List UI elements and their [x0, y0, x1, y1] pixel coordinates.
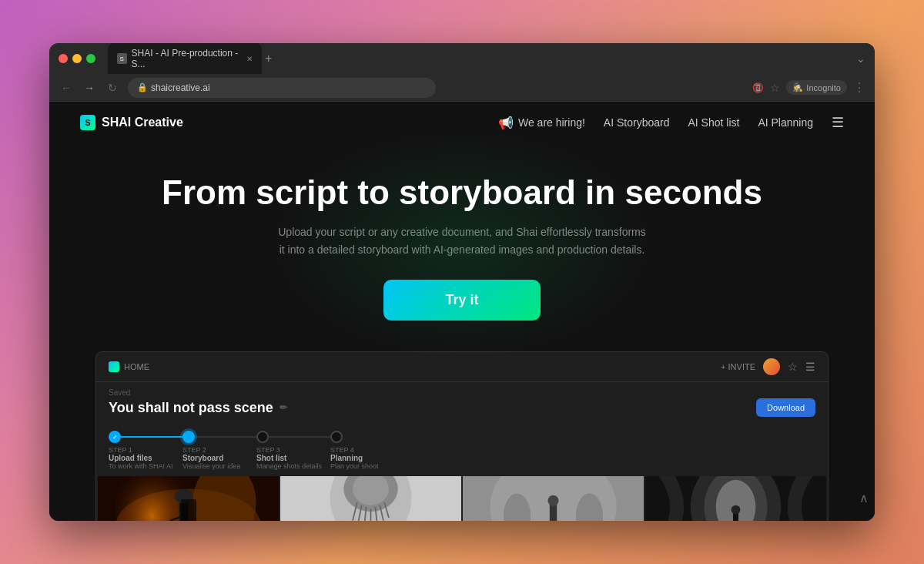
download-button[interactable]: Download: [756, 398, 815, 417]
new-tab-button[interactable]: +: [265, 52, 272, 65]
shotlist-link[interactable]: AI Shot list: [688, 116, 739, 129]
nav-links: 📢 We are hiring! AI Storyboard AI Shot l…: [498, 114, 844, 131]
svg-point-3: [192, 476, 256, 521]
try-it-button[interactable]: Try it: [383, 280, 540, 321]
step-2-line: [195, 436, 256, 438]
bookmark-icon[interactable]: ☆: [770, 82, 780, 94]
step-4-circle: [330, 431, 343, 443]
scroll-up-indicator[interactable]: ∧: [859, 491, 869, 505]
svg-point-32: [732, 505, 741, 515]
tab-expand-icon[interactable]: ⌄: [856, 52, 865, 65]
step-2-circle: [182, 431, 195, 443]
nav-hamburger-icon[interactable]: ☰: [832, 114, 844, 131]
app-topbar-right: + INVITE ☆ ☰: [721, 358, 815, 375]
address-icons: 📵 ☆ 🕵 Incognito ⋮: [752, 80, 865, 95]
step-4-subtitle: Plan your shoot: [330, 462, 379, 470]
step-2-label: STEP 2 Storyboard Visualise your idea: [182, 446, 240, 470]
incognito-label: Incognito: [806, 83, 841, 92]
incognito-button[interactable]: 🕵 Incognito: [786, 80, 847, 95]
maximize-button[interactable]: [86, 54, 95, 63]
url-bar[interactable]: 🔒 shaicreative.ai: [128, 78, 436, 98]
step-2: STEP 2 Storyboard Visualise your idea: [182, 431, 256, 470]
cast-icon: 📵: [752, 82, 764, 93]
svg-point-25: [547, 495, 558, 506]
step-4-header: [330, 431, 343, 443]
storyboard-image-3[interactable]: [463, 476, 644, 521]
planning-link[interactable]: AI Planning: [758, 116, 813, 129]
storyboard-label: AI Storyboard: [604, 116, 670, 129]
step-1-subtitle: To work with SHAI AI: [109, 462, 173, 470]
app-logo-icon: [109, 361, 119, 372]
step-2-title: Storyboard: [182, 454, 240, 462]
storyboard-image-4[interactable]: [645, 476, 826, 521]
step-2-subtitle: Visualise your idea: [182, 462, 240, 470]
browser-tab[interactable]: S SHAI - AI Pre-production - S... ✕: [108, 43, 262, 74]
hiring-label: We are hiring!: [518, 116, 585, 129]
logo-text: SHAI Creative: [102, 116, 183, 129]
step-2-header: [182, 431, 256, 443]
storyboard-images: [96, 476, 828, 521]
hiring-link[interactable]: 📢 We are hiring!: [498, 116, 585, 130]
edit-icon[interactable]: ✏: [280, 402, 287, 413]
app-home-label: HOME: [124, 362, 149, 371]
hero-section: From script to storyboard in seconds Upl…: [49, 143, 875, 336]
storyboard-link[interactable]: AI Storyboard: [604, 116, 670, 129]
browser-window: S SHAI - AI Pre-production - S... ✕ + ⌄ …: [49, 43, 875, 521]
invite-label: + INVITE: [721, 362, 755, 371]
project-area: Saved You shall not pass scene ✏ Downloa…: [96, 382, 828, 425]
incognito-icon: 🕵: [792, 82, 803, 92]
logo-icon: [80, 115, 95, 130]
tab-favicon: S: [117, 53, 127, 64]
svg-rect-4: [179, 498, 189, 521]
planning-label: AI Planning: [758, 116, 813, 129]
app-menu-icon[interactable]: ☰: [805, 361, 815, 373]
step-1: ✓ STEP 1 Upload files To work with SHAI …: [109, 431, 182, 470]
step-3-title: Shot list: [256, 454, 322, 462]
url-text: shaicreative.ai: [151, 82, 210, 93]
step-4-number: STEP 4: [330, 446, 354, 454]
app-home-logo: HOME: [109, 361, 149, 372]
step-3-header: [256, 431, 330, 443]
step-4-title: Planning: [330, 454, 379, 462]
step-1-circle: ✓: [109, 431, 121, 443]
address-bar: ← → ↻ 🔒 shaicreative.ai 📵 ☆ 🕵 Incognito …: [49, 74, 875, 102]
avatar: [763, 358, 780, 375]
step-3: STEP 3 Shot list Manage shots details: [256, 431, 330, 470]
browser-chrome: S SHAI - AI Pre-production - S... ✕ + ⌄: [49, 43, 875, 74]
site-nav: SHAI Creative 📢 We are hiring! AI Storyb…: [49, 102, 875, 143]
step-2-number: STEP 2: [182, 446, 206, 454]
forward-button[interactable]: →: [82, 82, 97, 94]
hiring-icon: 📢: [498, 116, 514, 130]
step-3-label: STEP 3 Shot list Manage shots details: [256, 446, 322, 470]
minimize-button[interactable]: [72, 54, 82, 63]
invite-button[interactable]: + INVITE: [721, 362, 755, 371]
storyboard-image-2[interactable]: [280, 476, 461, 521]
storyboard-image-1[interactable]: [98, 476, 279, 521]
close-button[interactable]: [59, 54, 68, 63]
tab-close-icon[interactable]: ✕: [246, 55, 253, 63]
svg-point-5: [175, 489, 193, 504]
star-icon[interactable]: ☆: [788, 361, 798, 373]
site-logo[interactable]: SHAI Creative: [80, 115, 183, 130]
step-3-line: [269, 436, 330, 438]
back-button[interactable]: ←: [59, 82, 74, 94]
steps-row: ✓ STEP 1 Upload files To work with SHAI …: [96, 425, 828, 476]
step-1-title: Upload files: [109, 454, 173, 462]
step-1-line: [121, 436, 182, 438]
menu-icon[interactable]: ⋮: [853, 80, 865, 95]
step-3-circle: [256, 431, 269, 443]
shotlist-label: AI Shot list: [688, 116, 739, 129]
step-1-header: ✓: [109, 431, 182, 443]
site-content: SHAI Creative 📢 We are hiring! AI Storyb…: [49, 102, 875, 521]
tab-bar: S SHAI - AI Pre-production - S... ✕ + ⌄: [108, 43, 865, 74]
hero-title: From script to storyboard in seconds: [65, 174, 859, 211]
project-title-text: You shall not pass scene: [109, 400, 273, 416]
project-title-row: You shall not pass scene ✏ Download: [109, 398, 815, 417]
tab-title: SHAI - AI Pre-production - S...: [132, 48, 242, 69]
step-1-label: STEP 1 Upload files To work with SHAI AI: [109, 446, 173, 470]
step-3-number: STEP 3: [256, 446, 280, 454]
hero-subtitle: Upload your script or any creative docum…: [277, 223, 647, 258]
step-4-label: STEP 4 Planning Plan your shoot: [330, 446, 379, 470]
saved-label: Saved: [109, 388, 815, 397]
refresh-button[interactable]: ↻: [105, 82, 120, 94]
